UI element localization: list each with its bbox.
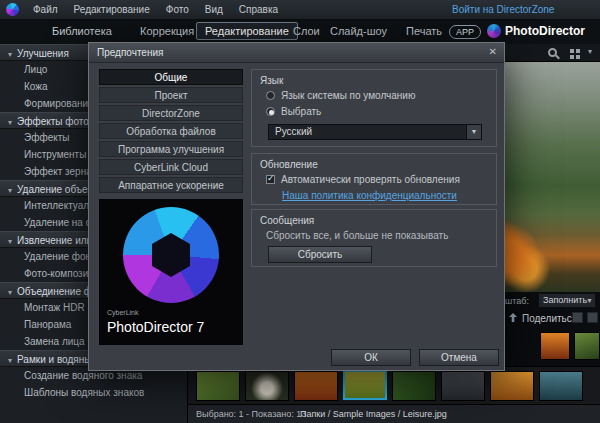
zoom-dropdown[interactable]: Заполнить ▼: [538, 293, 596, 308]
brand-name: PhotoDirector: [505, 24, 585, 38]
brand: PhotoDirector: [487, 24, 585, 38]
close-icon[interactable]: ✕: [489, 46, 497, 57]
sidebar-item[interactable]: Шаблоны водяных знаков: [0, 384, 187, 401]
menu-help[interactable]: Справка: [231, 0, 286, 20]
thumbnail[interactable]: [540, 332, 570, 360]
language-group-label: Язык: [260, 75, 283, 86]
thumbnail[interactable]: [294, 371, 338, 401]
thumbnail[interactable]: [392, 371, 436, 401]
checkbox-checked-icon[interactable]: ✓: [266, 175, 275, 184]
thumbnail[interactable]: [574, 332, 600, 360]
preferences-dialog: Предпочтения ✕ Общие Проект DirectorZone…: [88, 42, 505, 371]
chevron-down-icon: ▾: [8, 50, 12, 59]
thumbnail[interactable]: [490, 371, 534, 401]
share-icon[interactable]: [508, 313, 518, 323]
zoom-value: Заполнить: [543, 295, 587, 305]
radio-icon[interactable]: [266, 91, 275, 100]
tab-slideshow[interactable]: Слайд-шоу: [330, 25, 387, 37]
prefs-nav-hardware[interactable]: Аппаратное ускорение: [99, 177, 243, 193]
signin-link[interactable]: Войти на DirectorZone: [452, 0, 554, 20]
file-path: Папки / Sample Images / Leisure.jpg: [300, 405, 447, 423]
menubar: Файл Редактирование Фото Вид Справка Вой…: [0, 0, 600, 20]
chevron-down-icon: ▾: [8, 356, 12, 365]
filmstrip: [188, 366, 600, 404]
product-logo-panel: CyberLink PhotoDirector 7: [99, 199, 243, 345]
section-label: Эффекты фото: [17, 116, 89, 127]
menu-photo[interactable]: Фото: [158, 0, 197, 20]
chevron-down-icon: ▾: [8, 186, 12, 195]
tab-adjustment[interactable]: Коррекция: [140, 25, 194, 37]
menu-view[interactable]: Вид: [197, 0, 231, 20]
menu-file[interactable]: Файл: [25, 0, 66, 20]
cancel-button[interactable]: Отмена: [419, 349, 499, 366]
messages-group: Сообщения Сбросить все, и больше не пока…: [251, 209, 497, 267]
chevron-down-icon[interactable]: ▾: [588, 47, 592, 56]
module-tabbar: Библиотека Коррекция Редактирование Слои…: [0, 20, 600, 44]
checkbox-label: Автоматически проверять обновления: [281, 174, 460, 185]
radio-label: Выбрать: [281, 106, 321, 117]
chevron-down-icon: ▼: [466, 125, 481, 139]
chevron-down-icon: ▾: [8, 237, 12, 246]
aperture-logo-icon: [123, 207, 219, 303]
language-value: Русский: [275, 126, 312, 137]
reset-description: Сбросить все, и больше не показывать: [266, 230, 448, 241]
privacy-policy-link[interactable]: Наша политика конфиденциальности: [282, 190, 457, 201]
section-label: Улучшения: [17, 48, 69, 59]
app-window: Файл Редактирование Фото Вид Справка Вой…: [0, 0, 600, 423]
app-logo-icon: [6, 3, 19, 16]
prefs-nav-project[interactable]: Проект: [99, 87, 243, 103]
ok-button[interactable]: ОК: [331, 349, 411, 366]
tab-print[interactable]: Печать: [406, 25, 442, 37]
selection-count: Выбрано: 1 - Показано: 13: [196, 405, 306, 423]
thumbnail[interactable]: [539, 371, 583, 401]
share-target-icon[interactable]: [587, 312, 598, 323]
thumbnail-selected[interactable]: [343, 370, 387, 400]
prefs-nav-file-handling[interactable]: Обработка файлов: [99, 123, 243, 139]
thumbnail[interactable]: [245, 371, 289, 401]
product-name: PhotoDirector 7: [107, 319, 204, 335]
tab-layers[interactable]: Слои: [293, 25, 320, 37]
prefs-nav: Общие Проект DirectorZone Обработка файл…: [99, 69, 243, 195]
messages-group-label: Сообщения: [260, 215, 314, 226]
chevron-down-icon: ▾: [8, 288, 12, 297]
prefs-nav-directorzone[interactable]: DirectorZone: [99, 105, 243, 121]
view-mode-icon[interactable]: [570, 49, 574, 53]
share-target-icon[interactable]: [572, 312, 583, 323]
language-group: Язык Язык системы по умолчанию Выбрать Р…: [251, 69, 497, 147]
menu-edit[interactable]: Редактирование: [66, 0, 158, 20]
updates-group-label: Обновление: [260, 159, 318, 170]
tab-edit[interactable]: Редактирование: [196, 22, 298, 40]
language-dropdown[interactable]: Русский ▼: [268, 124, 482, 140]
chevron-down-icon: ▾: [8, 118, 12, 127]
chevron-down-icon: ▼: [586, 294, 593, 307]
company-name: CyberLink: [107, 309, 139, 316]
prefs-nav-general[interactable]: Общие: [99, 69, 243, 85]
radio-selected-icon[interactable]: [266, 107, 275, 116]
share-button[interactable]: Поделиться: [522, 313, 577, 324]
thumbnail[interactable]: [196, 371, 240, 401]
prefs-nav-improvement[interactable]: Программа улучшения: [99, 141, 243, 157]
radio-label: Язык системы по умолчанию: [281, 90, 415, 101]
auto-update-checkbox[interactable]: ✓ Автоматически проверять обновления: [266, 174, 460, 185]
prefs-nav-cloud[interactable]: CyberLink Cloud: [99, 159, 243, 175]
zoom-icon[interactable]: [548, 48, 557, 57]
statusbar: Выбрано: 1 - Показано: 13 Папки / Sample…: [188, 404, 600, 423]
dialog-title: Предпочтения: [89, 43, 504, 63]
reset-button[interactable]: Сбросить: [268, 246, 372, 263]
radio-system-language[interactable]: Язык системы по умолчанию: [266, 90, 415, 101]
app-badge[interactable]: APP: [449, 25, 481, 39]
thumbnail[interactable]: [441, 371, 485, 401]
radio-choose-language[interactable]: Выбрать: [266, 106, 321, 117]
updates-group: Обновление ✓ Автоматически проверять обн…: [251, 153, 497, 205]
tab-library[interactable]: Библиотека: [52, 25, 112, 37]
photodirector-logo-icon: [487, 24, 501, 38]
